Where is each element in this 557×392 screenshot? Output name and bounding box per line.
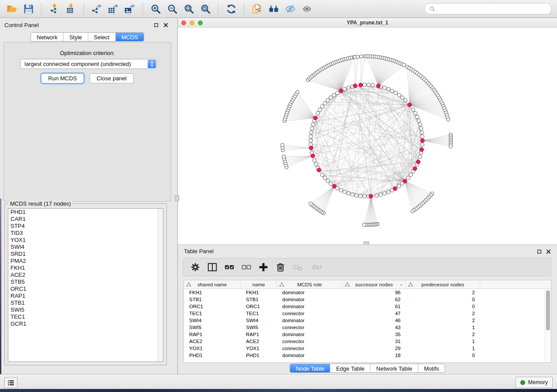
column-header-successor-nodes[interactable]: successor nodes xyxy=(343,280,406,289)
cell-successor-nodes[interactable]: 43 xyxy=(343,324,406,331)
zoom-in-button[interactable] xyxy=(149,2,162,15)
mcds-result-item[interactable]: TID3 xyxy=(8,230,163,237)
show-all-button[interactable] xyxy=(300,2,313,15)
cell-mcds-role[interactable]: connector xyxy=(277,324,343,331)
mcds-result-item[interactable]: CAR1 xyxy=(8,216,163,223)
cell-predecessor-nodes[interactable]: 2 xyxy=(406,289,480,296)
zoom-out-button[interactable] xyxy=(166,2,179,15)
tab-select[interactable]: Select xyxy=(88,33,116,41)
cell-mcds-role[interactable]: dominator xyxy=(277,289,343,296)
task-history-button[interactable] xyxy=(4,377,17,388)
split-panel-button[interactable] xyxy=(207,261,218,273)
cell-name[interactable]: PHD1 xyxy=(241,352,277,359)
cell-name[interactable]: TEC1 xyxy=(241,310,277,317)
cell-successor-nodes[interactable]: 47 xyxy=(343,310,406,317)
cell-predecessor-nodes[interactable]: 2 xyxy=(406,310,480,317)
zoom-fit-button[interactable] xyxy=(182,2,195,15)
table-settings-button[interactable] xyxy=(190,261,201,273)
mcds-result-item[interactable]: SWI5 xyxy=(8,306,163,313)
cell-predecessor-nodes[interactable]: 0 xyxy=(406,303,480,310)
mcds-result-item[interactable]: SRD1 xyxy=(8,251,163,258)
mcds-result-item[interactable]: YOX1 xyxy=(8,237,163,244)
cell-mcds-role[interactable]: connector xyxy=(277,338,343,345)
mcds-result-item[interactable]: STP4 xyxy=(8,223,163,230)
cell-successor-nodes[interactable]: 62 xyxy=(343,296,406,303)
cell-predecessor-nodes[interactable]: 0 xyxy=(406,352,480,359)
table-row[interactable]: YOX1YOX1connector291 xyxy=(184,345,551,352)
table-row[interactable]: SWI4SWI4dominator462 xyxy=(184,317,551,324)
mcds-result-list[interactable]: PHD1CAR1STP4TID3YOX1SWI4SRD1PMA2FKH1ACE2… xyxy=(8,208,163,362)
clone-network-button[interactable] xyxy=(250,2,263,15)
mcds-result-item[interactable]: STB5 xyxy=(8,279,163,285)
function-builder-button[interactable]: f(x) xyxy=(309,261,325,273)
mcds-list-scrollbar[interactable] xyxy=(158,209,163,361)
table-row[interactable]: STB1STB1dominator620 xyxy=(184,296,551,303)
mcds-result-item[interactable]: ORC1 xyxy=(8,285,163,292)
cell-successor-nodes[interactable]: 46 xyxy=(343,317,406,324)
run-mcds-button[interactable]: Run MCDS xyxy=(41,73,84,83)
cell-predecessor-nodes[interactable]: 2 xyxy=(406,331,480,338)
cell-successor-nodes[interactable]: 18 xyxy=(343,352,406,359)
cell-mcds-role[interactable]: connector xyxy=(277,310,343,317)
cell-shared-name[interactable]: RAP1 xyxy=(184,331,241,338)
zoom-window-icon[interactable] xyxy=(198,21,203,25)
cell-mcds-role[interactable]: dominator xyxy=(277,331,343,338)
cell-shared-name[interactable]: SWI4 xyxy=(184,317,241,324)
tab-network[interactable]: Network xyxy=(31,33,64,41)
first-neighbors-button[interactable] xyxy=(267,2,280,15)
mcds-result-item[interactable]: PHD1 xyxy=(8,209,163,216)
cell-shared-name[interactable]: PHD1 xyxy=(184,352,241,359)
cell-name[interactable]: STB1 xyxy=(241,296,277,303)
export-table-button[interactable] xyxy=(107,2,120,15)
tab-style[interactable]: Style xyxy=(64,33,88,41)
column-header-shared-name[interactable]: shared name xyxy=(184,280,241,289)
deselect-all-rows-button[interactable] xyxy=(241,261,252,273)
mcds-result-item[interactable]: SWI4 xyxy=(8,244,163,251)
export-image-button[interactable] xyxy=(123,2,136,15)
memory-button[interactable]: Memory xyxy=(515,377,553,388)
table-row[interactable]: ORC1ORC1dominator610 xyxy=(184,303,551,310)
cell-predecessor-nodes[interactable]: 1 xyxy=(406,338,480,345)
mcds-result-item[interactable]: FKH1 xyxy=(8,265,163,272)
cell-predecessor-nodes[interactable]: 1 xyxy=(406,324,480,331)
cell-name[interactable]: ORC1 xyxy=(241,303,277,310)
cell-predecessor-nodes[interactable]: 1 xyxy=(406,345,480,352)
close-panel-button[interactable]: Close panel xyxy=(90,73,134,83)
mcds-result-item[interactable]: GCR1 xyxy=(8,320,163,327)
column-header-mcds-role[interactable]: MCDS role xyxy=(277,280,343,289)
cell-name[interactable]: FKH1 xyxy=(241,289,277,296)
cell-shared-name[interactable]: ORC1 xyxy=(184,303,241,310)
cell-name[interactable]: RAP1 xyxy=(241,331,277,338)
mcds-result-item[interactable]: RAP1 xyxy=(8,292,163,299)
cell-shared-name[interactable]: ACE2 xyxy=(184,338,241,345)
cell-mcds-role[interactable]: dominator xyxy=(277,296,343,303)
cell-predecessor-nodes[interactable]: 2 xyxy=(406,317,480,324)
table-row[interactable]: PHD1PHD1dominator180 xyxy=(184,352,551,359)
cell-shared-name[interactable]: TEC1 xyxy=(184,310,241,317)
delete-table-button[interactable] xyxy=(292,261,303,273)
cell-name[interactable]: SWI5 xyxy=(241,324,277,331)
open-file-button[interactable] xyxy=(5,2,18,15)
table-row[interactable]: RAP1RAP1dominator352 xyxy=(184,331,551,338)
zoom-selected-button[interactable] xyxy=(199,2,212,15)
column-header-name[interactable]: name xyxy=(241,280,277,289)
cell-shared-name[interactable]: SWI5 xyxy=(184,324,241,331)
network-canvas[interactable] xyxy=(178,28,557,244)
cell-shared-name[interactable]: STB1 xyxy=(184,296,241,303)
column-header-predecessor-nodes[interactable]: predecessor nodes xyxy=(406,280,480,289)
table-scrollbar[interactable] xyxy=(545,289,551,362)
table-row[interactable]: SWI5SWI5connector431 xyxy=(184,324,551,331)
cell-mcds-role[interactable]: connector xyxy=(277,345,343,352)
hide-selected-button[interactable] xyxy=(284,2,297,15)
refresh-layout-button[interactable] xyxy=(225,2,238,15)
mcds-result-item[interactable]: TEC1 xyxy=(8,313,163,320)
tab-edge-table[interactable]: Edge Table xyxy=(330,364,370,372)
cell-shared-name[interactable]: YOX1 xyxy=(184,345,241,352)
close-table-panel-icon[interactable] xyxy=(546,249,551,254)
tab-motifs[interactable]: Motifs xyxy=(418,364,445,372)
cell-name[interactable]: YOX1 xyxy=(241,345,277,352)
float-table-panel-icon[interactable] xyxy=(536,249,542,254)
close-window-icon[interactable] xyxy=(181,21,186,25)
cell-successor-nodes[interactable]: 96 xyxy=(343,289,406,296)
table-row[interactable]: ACE2ACE2connector311 xyxy=(184,338,551,345)
